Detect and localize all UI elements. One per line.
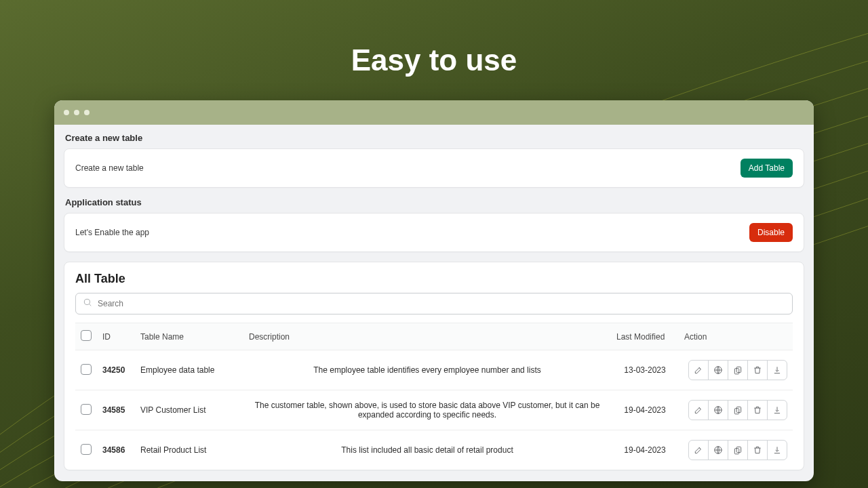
status-panel: Let's Enable the app Disable xyxy=(64,213,804,252)
row-last-modified: 19-04-2023 xyxy=(624,445,665,455)
edit-icon[interactable] xyxy=(688,440,709,460)
row-description: The customer table, shown above, is used… xyxy=(255,401,600,420)
add-table-button[interactable]: Add Table xyxy=(741,159,793,178)
table-row: 34585 VIP Customer List The customer tab… xyxy=(75,390,793,430)
row-actions xyxy=(688,400,787,420)
trash-icon[interactable] xyxy=(747,440,768,460)
download-icon[interactable] xyxy=(767,360,787,380)
col-description: Description xyxy=(243,323,611,350)
row-id: 34250 xyxy=(102,365,125,375)
row-checkbox[interactable] xyxy=(81,364,92,375)
col-last-modified: Last Modified xyxy=(611,323,679,350)
globe-icon[interactable] xyxy=(708,400,728,420)
create-panel: Create a new table Add Table xyxy=(64,148,804,188)
svg-point-0 xyxy=(84,299,90,304)
row-name: Retail Product List xyxy=(140,445,206,455)
search-input[interactable] xyxy=(98,299,785,308)
row-actions xyxy=(688,360,787,380)
status-text: Let's Enable the app xyxy=(75,228,149,237)
search-icon xyxy=(83,298,92,310)
row-actions xyxy=(688,440,787,460)
row-description: The employee table identifies every empl… xyxy=(313,365,541,375)
copy-icon[interactable] xyxy=(728,440,748,460)
table-row: 34586 Retail Product List This list incl… xyxy=(75,430,793,470)
row-checkbox[interactable] xyxy=(81,444,92,455)
row-name: VIP Customer List xyxy=(140,405,205,415)
globe-icon[interactable] xyxy=(708,440,728,460)
tables-panel: All Table ID Table Name Description Last… xyxy=(64,262,804,470)
row-id: 34585 xyxy=(102,405,125,415)
create-text: Create a new table xyxy=(75,163,144,173)
row-name: Employee data table xyxy=(140,365,214,375)
trash-icon[interactable] xyxy=(747,360,768,380)
row-checkbox[interactable] xyxy=(81,404,92,415)
window-dot xyxy=(64,110,69,115)
svg-line-1 xyxy=(90,304,92,306)
row-last-modified: 13-03-2023 xyxy=(624,365,665,375)
status-section-label: Application status xyxy=(64,197,804,213)
trash-icon[interactable] xyxy=(747,400,768,420)
window-dot xyxy=(84,110,90,115)
window-titlebar xyxy=(54,100,814,125)
globe-icon[interactable] xyxy=(708,360,728,380)
col-name: Table Name xyxy=(135,323,243,350)
download-icon[interactable] xyxy=(767,440,787,460)
copy-icon[interactable] xyxy=(728,360,748,380)
edit-icon[interactable] xyxy=(688,360,709,380)
hero-title: Easy to use xyxy=(0,0,868,77)
download-icon[interactable] xyxy=(767,400,787,420)
copy-icon[interactable] xyxy=(728,400,748,420)
search-field[interactable] xyxy=(75,293,793,314)
row-last-modified: 19-04-2023 xyxy=(624,405,665,415)
create-section-label: Create a new table xyxy=(64,133,804,148)
col-id: ID xyxy=(97,323,135,350)
row-id: 34586 xyxy=(102,445,125,455)
tables-grid: ID Table Name Description Last Modified … xyxy=(75,323,793,470)
table-row: 34250 Employee data table The employee t… xyxy=(75,350,793,390)
window-dot xyxy=(74,110,79,115)
row-description: This list included all basic detail of r… xyxy=(341,445,513,455)
select-all-checkbox[interactable] xyxy=(81,330,92,341)
edit-icon[interactable] xyxy=(688,400,709,420)
app-window: Create a new table Create a new table Ad… xyxy=(54,100,814,481)
disable-button[interactable]: Disable xyxy=(749,223,793,242)
col-action: Action xyxy=(679,323,793,350)
tables-title: All Table xyxy=(75,272,793,286)
